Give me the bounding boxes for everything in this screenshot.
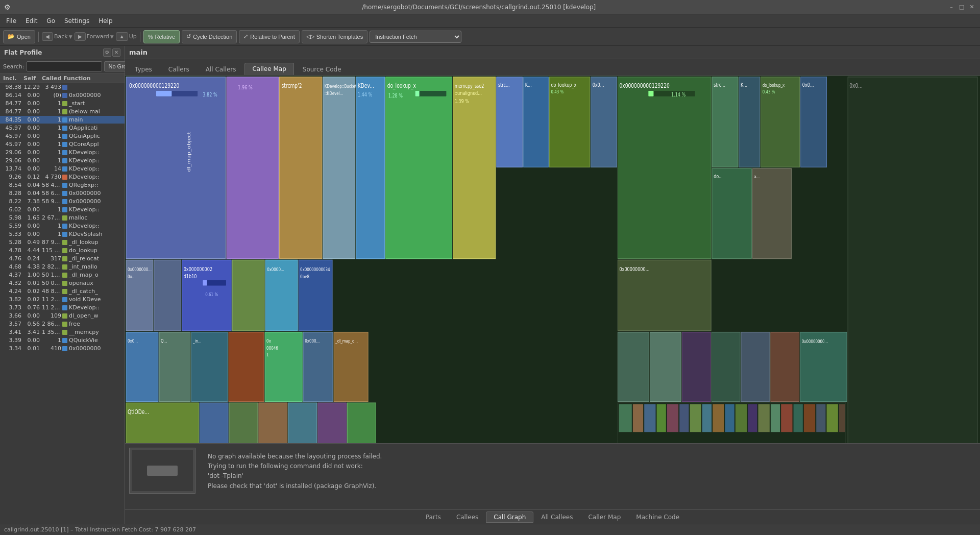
table-row[interactable]: 5.28 0.49 87 916 _dl_lookup [0, 238, 125, 247]
table-row[interactable]: 3.82 0.02 11 259 void KDeve [0, 296, 125, 304]
menu-go[interactable]: Go [42, 16, 59, 26]
relative-parent-button[interactable]: ⤢ Relative to Parent [239, 30, 299, 43]
table-row[interactable]: 3.39 0.00 1 QQuickVie [0, 336, 125, 345]
cycle-detection-button[interactable]: ↺ Cycle Detection [182, 30, 237, 43]
table-row[interactable]: 3.66 0.00 109 dl_open_w [0, 312, 125, 320]
instruction-fetch-select[interactable]: Instruction Fetch Cache Misses Branch Mi… [370, 31, 461, 43]
cell-self: 0.00 [22, 223, 41, 229]
menu-edit[interactable]: Edit [21, 16, 41, 26]
table-row[interactable]: 29.06 0.00 1 KDevelop:: [0, 149, 125, 157]
table-row[interactable]: 3.34 0.01 410 0x0000000 [0, 345, 125, 353]
col-called[interactable]: Called [41, 75, 62, 82]
table-row[interactable]: 84.35 0.00 1 main [0, 116, 125, 124]
forward-dropdown[interactable]: ▼ [110, 34, 114, 39]
table-row[interactable]: 3.73 0.76 11 259 KDevelop:: [0, 304, 125, 312]
tab-callees[interactable]: Callees [449, 512, 486, 523]
up-button[interactable]: ▲ [116, 32, 128, 41]
table-row[interactable]: 8.54 0.04 58 497 QRegExp:: [0, 181, 125, 189]
tab-caller-map[interactable]: Caller Map [580, 512, 628, 523]
table-row[interactable]: 4.76 0.24 317 _dl_relocat [0, 255, 125, 263]
back-dropdown[interactable]: ▼ [69, 34, 72, 39]
cell-incl: 45.97 [2, 141, 22, 148]
panel-close-button[interactable]: ✕ [112, 48, 120, 57]
tab-machine-code[interactable]: Machine Code [628, 512, 687, 523]
svg-rect-34 [618, 77, 711, 259]
cell-incl: 4.68 [2, 263, 22, 270]
cell-func: _int_mallo [62, 263, 122, 270]
svg-rect-32 [591, 77, 617, 167]
tab-parts[interactable]: Parts [418, 512, 449, 523]
col-function[interactable]: Function [62, 75, 122, 82]
cell-incl: 13.74 [2, 165, 22, 172]
table-row[interactable]: 8.22 7.38 58 982 0x0000000 [0, 198, 125, 206]
svg-text:0x00000000034: 0x00000000034 [300, 266, 330, 272]
table-row[interactable]: 4.37 1.00 50 154 _dl_map_o [0, 271, 125, 279]
tab-call-graph[interactable]: Call Graph [486, 512, 533, 523]
table-row[interactable]: 5.98 1.65 2 679 236 malloc [0, 214, 125, 222]
table-row[interactable]: 8.28 0.04 58 653 0x0000000 [0, 189, 125, 198]
svg-text:x...: x... [754, 174, 760, 179]
svg-text:KDev...: KDev... [358, 82, 374, 90]
cell-called: 1 [41, 125, 62, 131]
table-row[interactable]: 45.97 0.00 1 QApplicati [0, 124, 125, 132]
tab-callers[interactable]: Callers [161, 63, 197, 75]
cell-incl: 9.26 [2, 174, 22, 180]
table-row[interactable]: 9.26 0.12 4 730 KDevelop:: [0, 173, 125, 181]
panel-settings-button[interactable]: ⚙ [103, 48, 111, 57]
func-color-block [62, 191, 67, 196]
menu-help[interactable]: Help [94, 16, 116, 26]
col-self[interactable]: Self [22, 75, 41, 82]
table-row[interactable]: 98.38 12.29 3 493 [0, 83, 125, 91]
table-row[interactable]: 4.32 0.01 50 044 openaux [0, 279, 125, 287]
table-row[interactable]: 86.14 0.00 (0) 0x0000000 [0, 91, 125, 100]
func-color-block [62, 305, 67, 310]
relative-button[interactable]: % Relative [143, 30, 180, 43]
tab-all-callers[interactable]: All Callers [198, 63, 244, 75]
table-row[interactable]: 4.68 4.38 2 826 460 _int_mallo [0, 263, 125, 271]
table-row[interactable]: 6.02 0.00 1 KDevelop:: [0, 206, 125, 214]
search-input[interactable] [27, 61, 102, 71]
svg-text:1.44 %: 1.44 % [358, 91, 372, 98]
col-incl[interactable]: Incl. [2, 75, 22, 82]
menu-file[interactable]: File [2, 16, 20, 26]
forward-button[interactable]: ▶ [75, 32, 86, 41]
table-row[interactable]: 5.59 0.00 1 KDevelop:: [0, 222, 125, 230]
table-row[interactable]: 3.41 3.41 1 351 421 __memcpy [0, 328, 125, 336]
table-row[interactable]: 84.77 0.00 1 (below mai [0, 108, 125, 116]
cell-called: 1 [41, 337, 62, 344]
callee-map-visualization[interactable]: 0x000000000129220 3.82 % dl_map_object 1… [125, 76, 980, 443]
table-row[interactable]: 3.57 0.56 2 863 813 free [0, 320, 125, 328]
func-name: KDevelop:: [69, 206, 100, 213]
svg-text:0x00000000...: 0x00000000... [619, 266, 649, 272]
open-button[interactable]: 📂 Open [3, 30, 35, 43]
minimize-button[interactable]: – [947, 3, 955, 11]
back-button[interactable]: ◀ [42, 32, 53, 41]
tab-all-callees[interactable]: All Callees [533, 512, 580, 523]
func-color-block [62, 224, 67, 229]
cell-called: 1 [41, 157, 62, 164]
cell-incl: 3.34 [2, 345, 22, 352]
close-button[interactable]: ✕ [968, 3, 976, 11]
table-row[interactable]: 29.06 0.00 1 KDevelop:: [0, 157, 125, 165]
table-row[interactable]: 45.97 0.00 1 QCoreAppl [0, 140, 125, 149]
table-row[interactable]: 84.77 0.00 1 _start [0, 100, 125, 108]
svg-rect-191 [771, 404, 780, 432]
tab-callee-map[interactable]: Callee Map [244, 63, 293, 75]
panel-title: Flat Profile [4, 49, 42, 56]
shorten-templates-button[interactable]: ◁▷ Shorten Templates [302, 30, 368, 43]
table-row[interactable]: 4.78 4.44 115 096 do_lookup [0, 247, 125, 255]
tab-source-code[interactable]: Source Code [295, 63, 349, 75]
menu-settings[interactable]: Settings [60, 16, 93, 26]
func-color-block [62, 338, 67, 343]
cell-called: 58 982 [41, 198, 62, 205]
cell-called: 410 [41, 345, 62, 352]
cell-called: 1 [41, 108, 62, 115]
table-row[interactable]: 13.74 0.00 14 KDevelop:: [0, 165, 125, 173]
tab-types[interactable]: Types [127, 63, 160, 75]
svg-rect-72 [229, 332, 264, 402]
table-row[interactable]: 4.24 0.02 48 822 _dl_catch_ [0, 287, 125, 296]
table-row[interactable]: 45.97 0.00 1 QGuiApplic [0, 132, 125, 140]
func-name: QCoreAppl [69, 141, 99, 148]
maximize-button[interactable]: □ [958, 3, 966, 11]
table-row[interactable]: 5.33 0.00 1 KDevSplash [0, 230, 125, 238]
